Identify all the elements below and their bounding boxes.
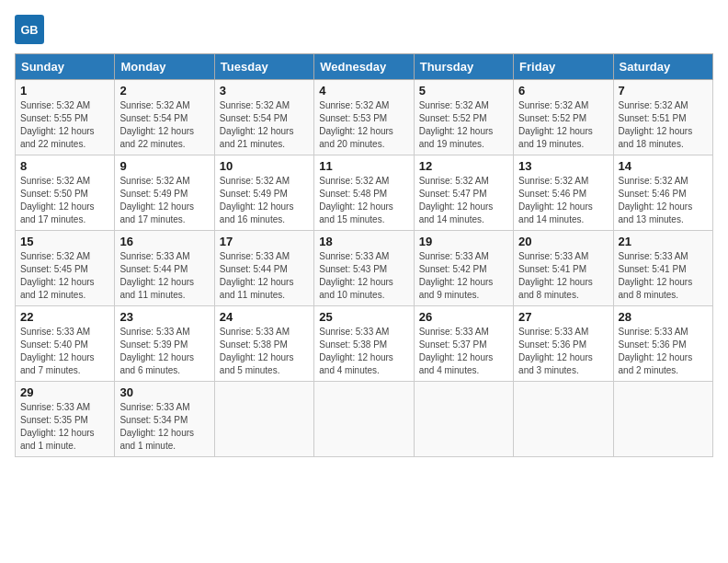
day-of-week-header: Saturday bbox=[613, 54, 712, 80]
day-detail: Sunrise: 5:32 AM Sunset: 5:45 PM Dayligh… bbox=[20, 250, 109, 302]
calendar-week-row: 8Sunrise: 5:32 AM Sunset: 5:50 PM Daylig… bbox=[16, 155, 713, 231]
day-number: 12 bbox=[419, 159, 508, 173]
page-header: GB bbox=[15, 15, 713, 44]
day-number: 25 bbox=[319, 310, 408, 324]
day-detail: Sunrise: 5:33 AM Sunset: 5:44 PM Dayligh… bbox=[119, 250, 209, 302]
calendar-day-cell bbox=[414, 382, 513, 457]
calendar-day-cell: 27Sunrise: 5:33 AM Sunset: 5:36 PM Dayli… bbox=[514, 306, 613, 382]
day-detail: Sunrise: 5:33 AM Sunset: 5:38 PM Dayligh… bbox=[220, 326, 309, 377]
day-of-week-header: Sunday bbox=[16, 54, 115, 80]
day-number: 13 bbox=[518, 159, 608, 173]
day-number: 20 bbox=[518, 235, 608, 248]
day-detail: Sunrise: 5:33 AM Sunset: 5:37 PM Dayligh… bbox=[419, 326, 508, 377]
calendar-day-cell: 5Sunrise: 5:32 AM Sunset: 5:52 PM Daylig… bbox=[414, 80, 513, 155]
calendar-day-cell: 26Sunrise: 5:33 AM Sunset: 5:37 PM Dayli… bbox=[414, 306, 513, 382]
day-number: 29 bbox=[20, 385, 109, 399]
calendar-week-row: 1Sunrise: 5:32 AM Sunset: 5:55 PM Daylig… bbox=[16, 80, 713, 155]
calendar-day-cell: 3Sunrise: 5:32 AM Sunset: 5:54 PM Daylig… bbox=[214, 80, 313, 155]
calendar-day-cell: 14Sunrise: 5:32 AM Sunset: 5:46 PM Dayli… bbox=[613, 155, 712, 231]
day-detail: Sunrise: 5:32 AM Sunset: 5:53 PM Dayligh… bbox=[319, 99, 408, 151]
day-detail: Sunrise: 5:32 AM Sunset: 5:51 PM Dayligh… bbox=[619, 99, 708, 151]
day-detail: Sunrise: 5:32 AM Sunset: 5:54 PM Dayligh… bbox=[119, 99, 209, 151]
calendar-week-row: 22Sunrise: 5:33 AM Sunset: 5:40 PM Dayli… bbox=[16, 306, 713, 382]
day-number: 26 bbox=[419, 310, 508, 324]
day-number: 5 bbox=[419, 84, 508, 98]
day-number: 3 bbox=[220, 84, 309, 98]
logo-icon: GB bbox=[15, 15, 44, 44]
day-number: 16 bbox=[119, 235, 209, 248]
day-number: 18 bbox=[319, 235, 408, 248]
day-of-week-header: Friday bbox=[514, 54, 613, 80]
day-detail: Sunrise: 5:32 AM Sunset: 5:49 PM Dayligh… bbox=[119, 175, 209, 226]
calendar-day-cell bbox=[613, 382, 712, 457]
day-number: 1 bbox=[20, 84, 109, 98]
day-number: 27 bbox=[518, 310, 608, 324]
calendar-day-cell bbox=[314, 382, 414, 457]
calendar-day-cell: 11Sunrise: 5:32 AM Sunset: 5:48 PM Dayli… bbox=[314, 155, 414, 231]
day-detail: Sunrise: 5:33 AM Sunset: 5:41 PM Dayligh… bbox=[518, 250, 608, 302]
day-number: 14 bbox=[619, 159, 708, 173]
calendar-day-cell: 16Sunrise: 5:33 AM Sunset: 5:44 PM Dayli… bbox=[115, 231, 214, 306]
day-detail: Sunrise: 5:33 AM Sunset: 5:42 PM Dayligh… bbox=[419, 250, 508, 302]
svg-text:GB: GB bbox=[20, 23, 38, 37]
calendar-day-cell: 19Sunrise: 5:33 AM Sunset: 5:42 PM Dayli… bbox=[414, 231, 513, 306]
calendar-day-cell: 9Sunrise: 5:32 AM Sunset: 5:49 PM Daylig… bbox=[115, 155, 214, 231]
day-detail: Sunrise: 5:32 AM Sunset: 5:52 PM Dayligh… bbox=[419, 99, 508, 151]
day-number: 17 bbox=[220, 235, 309, 248]
day-detail: Sunrise: 5:33 AM Sunset: 5:35 PM Dayligh… bbox=[20, 401, 109, 453]
day-detail: Sunrise: 5:32 AM Sunset: 5:49 PM Dayligh… bbox=[220, 175, 309, 226]
calendar-day-cell: 2Sunrise: 5:32 AM Sunset: 5:54 PM Daylig… bbox=[115, 80, 214, 155]
calendar-day-cell: 22Sunrise: 5:33 AM Sunset: 5:40 PM Dayli… bbox=[16, 306, 115, 382]
day-detail: Sunrise: 5:33 AM Sunset: 5:36 PM Dayligh… bbox=[619, 326, 708, 377]
day-detail: Sunrise: 5:32 AM Sunset: 5:47 PM Dayligh… bbox=[419, 175, 508, 226]
calendar-day-cell: 23Sunrise: 5:33 AM Sunset: 5:39 PM Dayli… bbox=[115, 306, 214, 382]
day-of-week-header: Monday bbox=[115, 54, 214, 80]
calendar-day-cell bbox=[214, 382, 313, 457]
day-detail: Sunrise: 5:33 AM Sunset: 5:43 PM Dayligh… bbox=[319, 250, 408, 302]
day-detail: Sunrise: 5:33 AM Sunset: 5:44 PM Dayligh… bbox=[220, 250, 309, 302]
day-number: 9 bbox=[119, 159, 209, 173]
calendar-day-cell: 24Sunrise: 5:33 AM Sunset: 5:38 PM Dayli… bbox=[214, 306, 313, 382]
day-number: 19 bbox=[419, 235, 508, 248]
day-number: 28 bbox=[619, 310, 708, 324]
logo: GB bbox=[15, 15, 48, 44]
day-number: 7 bbox=[619, 84, 708, 98]
day-detail: Sunrise: 5:33 AM Sunset: 5:36 PM Dayligh… bbox=[518, 326, 608, 377]
day-number: 11 bbox=[319, 159, 408, 173]
day-number: 4 bbox=[319, 84, 408, 98]
day-detail: Sunrise: 5:32 AM Sunset: 5:52 PM Dayligh… bbox=[518, 99, 608, 151]
day-detail: Sunrise: 5:32 AM Sunset: 5:50 PM Dayligh… bbox=[20, 175, 109, 226]
day-number: 10 bbox=[220, 159, 309, 173]
day-number: 23 bbox=[119, 310, 209, 324]
calendar-day-cell: 15Sunrise: 5:32 AM Sunset: 5:45 PM Dayli… bbox=[16, 231, 115, 306]
day-number: 8 bbox=[20, 159, 109, 173]
day-number: 30 bbox=[119, 385, 209, 399]
day-detail: Sunrise: 5:33 AM Sunset: 5:38 PM Dayligh… bbox=[319, 326, 408, 377]
calendar-day-cell: 21Sunrise: 5:33 AM Sunset: 5:41 PM Dayli… bbox=[613, 231, 712, 306]
day-detail: Sunrise: 5:32 AM Sunset: 5:54 PM Dayligh… bbox=[220, 99, 309, 151]
day-number: 6 bbox=[518, 84, 608, 98]
calendar-day-cell bbox=[514, 382, 613, 457]
calendar-day-cell: 13Sunrise: 5:32 AM Sunset: 5:46 PM Dayli… bbox=[514, 155, 613, 231]
calendar-week-row: 15Sunrise: 5:32 AM Sunset: 5:45 PM Dayli… bbox=[16, 231, 713, 306]
calendar-day-cell: 10Sunrise: 5:32 AM Sunset: 5:49 PM Dayli… bbox=[214, 155, 313, 231]
day-of-week-header: Thursday bbox=[414, 54, 513, 80]
calendar-day-cell: 12Sunrise: 5:32 AM Sunset: 5:47 PM Dayli… bbox=[414, 155, 513, 231]
calendar-day-cell: 20Sunrise: 5:33 AM Sunset: 5:41 PM Dayli… bbox=[514, 231, 613, 306]
calendar-day-cell: 8Sunrise: 5:32 AM Sunset: 5:50 PM Daylig… bbox=[16, 155, 115, 231]
day-number: 22 bbox=[20, 310, 109, 324]
day-detail: Sunrise: 5:32 AM Sunset: 5:46 PM Dayligh… bbox=[518, 175, 608, 226]
calendar-week-row: 29Sunrise: 5:33 AM Sunset: 5:35 PM Dayli… bbox=[16, 382, 713, 457]
day-detail: Sunrise: 5:33 AM Sunset: 5:34 PM Dayligh… bbox=[119, 401, 209, 453]
calendar-day-cell: 1Sunrise: 5:32 AM Sunset: 5:55 PM Daylig… bbox=[16, 80, 115, 155]
day-number: 21 bbox=[619, 235, 708, 248]
day-detail: Sunrise: 5:33 AM Sunset: 5:40 PM Dayligh… bbox=[20, 326, 109, 377]
calendar-day-cell: 4Sunrise: 5:32 AM Sunset: 5:53 PM Daylig… bbox=[314, 80, 414, 155]
calendar-day-cell: 6Sunrise: 5:32 AM Sunset: 5:52 PM Daylig… bbox=[514, 80, 613, 155]
day-of-week-header: Wednesday bbox=[314, 54, 414, 80]
calendar-day-cell: 17Sunrise: 5:33 AM Sunset: 5:44 PM Dayli… bbox=[214, 231, 313, 306]
calendar-day-cell: 30Sunrise: 5:33 AM Sunset: 5:34 PM Dayli… bbox=[115, 382, 214, 457]
day-detail: Sunrise: 5:33 AM Sunset: 5:39 PM Dayligh… bbox=[119, 326, 209, 377]
calendar-body: 1Sunrise: 5:32 AM Sunset: 5:55 PM Daylig… bbox=[16, 80, 713, 457]
day-detail: Sunrise: 5:32 AM Sunset: 5:55 PM Dayligh… bbox=[20, 99, 109, 151]
